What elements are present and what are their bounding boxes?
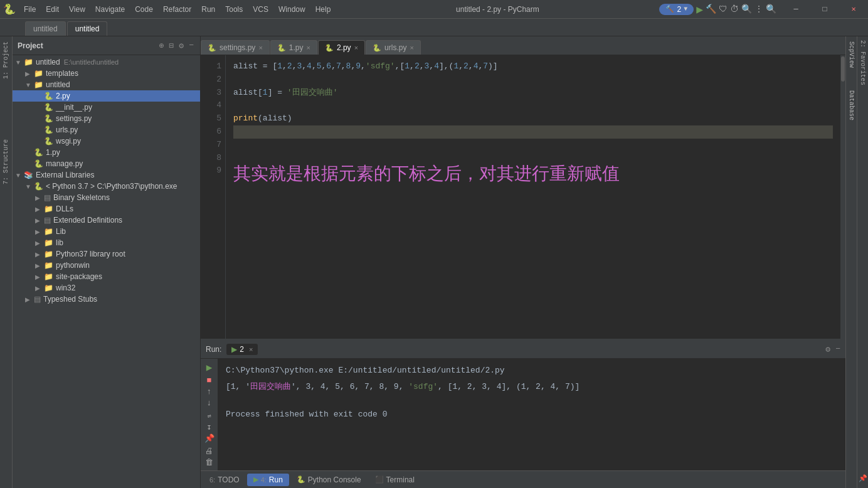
collapse-all-icon[interactable]: ⊟ [168, 40, 176, 52]
tab-close-icon[interactable]: × [258, 44, 262, 51]
tab-2py[interactable]: 🐍 2.py × [318, 40, 365, 55]
tab-python-console[interactable]: 🐍 Python Console [290, 474, 368, 486]
tree-item-ext-libs[interactable]: ▼ 📚 External Libraries [13, 169, 200, 181]
tree-item-win32[interactable]: ▶ 📁 win32 [13, 282, 200, 294]
project-panel-toggle[interactable]: 1: Project [1, 36, 11, 84]
tree-item-python37[interactable]: ▼ 🐍 < Python 3.7 > C:\Python37\python.ex… [13, 181, 200, 192]
profile-button[interactable]: ⏱ [730, 4, 739, 14]
window-title: untitled - 2.py - PyCharm [336, 5, 659, 14]
editor-area: 🐍 settings.py × 🐍 1.py × 🐍 2.py × 🐍 urls… [201, 36, 845, 339]
tab-close-icon[interactable]: × [354, 44, 358, 51]
clear-button[interactable]: 🗑 [203, 458, 216, 468]
menu-tools[interactable]: Tools [220, 0, 248, 19]
menu-edit[interactable]: Edit [41, 0, 64, 19]
close-button[interactable]: ✕ [839, 0, 868, 19]
structure-panel-toggle[interactable]: 7: Structure [1, 134, 11, 189]
tree-item-urls[interactable]: 🐍 urls.py [13, 124, 200, 135]
coverage-button[interactable]: 🛡 [719, 4, 728, 14]
run-tab-close-icon[interactable]: × [249, 346, 253, 353]
run-panel-header: Run: ▶ 2 × ⚙ − [201, 340, 845, 359]
tab-terminal[interactable]: ⬛ Terminal [369, 474, 421, 486]
code-editor[interactable]: alist = [1,2,3,4,5,6,7,8,9,'sdfg',[1,2,3… [226, 55, 840, 339]
tree-item-init[interactable]: 🐍 __init__.py [13, 102, 200, 113]
tree-item-lib-low[interactable]: ▶ 📁 lib [13, 237, 200, 248]
tree-item-templates[interactable]: ▶ 📁 templates [13, 68, 200, 79]
up-button[interactable]: ↑ [203, 386, 216, 396]
menu-vcs[interactable]: VCS [248, 0, 273, 19]
print-button[interactable]: 🖨 [203, 447, 216, 457]
tab-urls-py[interactable]: 🐍 urls.py × [366, 40, 421, 55]
tree-item-lib-cap[interactable]: ▶ 📁 Lib [13, 226, 200, 237]
maximize-button[interactable]: □ [810, 0, 839, 19]
stop-button[interactable]: ■ [203, 375, 216, 385]
tree-item-site-packages[interactable]: ▶ 📁 site-packages [13, 271, 200, 282]
search-everywhere[interactable]: 🔍 [766, 4, 776, 14]
favorites-toggle[interactable]: 2: Favorites [858, 36, 867, 89]
bottom-tabs: 6: TODO ▶ 4: Run 🐍 Python Console ⬛ Term… [201, 470, 845, 488]
tab-close-icon[interactable]: × [410, 44, 413, 51]
close-panel-icon[interactable]: − [188, 40, 195, 51]
run-settings-icon[interactable]: ⚙ [825, 344, 830, 354]
tree-item-untitled-sub[interactable]: ▼ 📁 untitled [13, 79, 200, 90]
code-line-1: alist = [1,2,3,4,5,6,7,8,9,'sdfg',[1,2,3… [233, 60, 833, 73]
titlebar: 🐍 File Edit View Navigate Code Refactor … [0, 0, 868, 19]
tree-item-dlls[interactable]: ▶ 📁 DLLs [13, 203, 200, 215]
editor-tabs: 🐍 settings.py × 🐍 1.py × 🐍 2.py × 🐍 urls… [201, 36, 845, 55]
down-button[interactable]: ↓ [203, 398, 216, 408]
tab-todo[interactable]: 6: TODO [203, 474, 246, 486]
pin-tab-button[interactable]: 📌 [203, 433, 216, 443]
inspect-button[interactable]: 🔍 [741, 4, 752, 14]
menu-run[interactable]: Run [196, 0, 220, 19]
tree-item-typeshed[interactable]: ▶ ▤ Typeshed Stubs [13, 294, 200, 305]
arrow-icon: ▶ [35, 217, 43, 224]
run-output: C:\Python37\python.exe E:/untitled/untit… [218, 359, 845, 470]
line-numbers: 1 2 3 4 5 6 7 8 9 [201, 55, 226, 339]
tree-item-manage[interactable]: 🐍 manage.py [13, 158, 200, 169]
run-toolbar: ▶ ■ ↑ ↓ ⇌ ↧ 📌 🖨 🗑 [201, 359, 218, 470]
run-output-path: C:\Python37\python.exe E:/untitled/untit… [226, 364, 838, 378]
run-tab-icon: ▶ [231, 345, 237, 354]
project-tab-untitled1[interactable]: untitled [25, 21, 66, 36]
editor-scrollbar[interactable] [840, 55, 845, 339]
soft-wrap-button[interactable]: ⇌ [203, 411, 216, 421]
menu-help[interactable]: Help [310, 0, 336, 19]
python-file-icon: 🐍 [373, 44, 381, 52]
arrow-icon: ▶ [35, 262, 43, 269]
menu-navigate[interactable]: Navigate [90, 0, 130, 19]
tree-item-1py[interactable]: 🐍 1.py [13, 147, 200, 158]
menu-file[interactable]: File [19, 0, 41, 19]
project-tab-untitled2[interactable]: untitled [67, 21, 108, 36]
code-line-9: 其实就是根据元素的下标之后，对其进行重新赋值 [233, 164, 833, 186]
menu-code[interactable]: Code [130, 0, 158, 19]
settings-icon[interactable]: ⚙ [177, 40, 185, 52]
scpview-toggle[interactable]: ScpView [847, 36, 856, 73]
menu-window[interactable]: Window [273, 0, 310, 19]
pin-favorites-icon[interactable]: 📌 [859, 474, 867, 488]
run-minimize-icon[interactable]: − [835, 344, 840, 354]
tree-item-python37-root[interactable]: ▶ 📁 Python37 library root [13, 248, 200, 260]
run-button[interactable]: ▶ [696, 3, 703, 16]
run-config[interactable]: 🔨 2 ▼ [659, 4, 694, 15]
tree-item-settings[interactable]: 🐍 settings.py [13, 113, 200, 124]
run-tab-2[interactable]: ▶ 2 × [226, 344, 258, 355]
add-content-icon[interactable]: ⊕ [158, 40, 166, 52]
tree-item-root[interactable]: ▼ 📁 untitled E:\untitled\untitled [13, 56, 200, 68]
tree-item-2py[interactable]: 🐍 2.py [13, 90, 200, 102]
more-button[interactable]: ⋮ [754, 4, 763, 14]
tree-item-pythonwin[interactable]: ▶ 📁 pythonwin [13, 260, 200, 271]
menu-refactor[interactable]: Refactor [158, 0, 196, 19]
rerun-button[interactable]: ▶ [203, 361, 216, 374]
tree-item-binary-skeletons[interactable]: ▶ ▤ Binary Skeletons [13, 192, 200, 203]
minimize-button[interactable]: ─ [781, 0, 810, 19]
database-toggle[interactable]: Database [847, 85, 856, 125]
tab-1py[interactable]: 🐍 1.py × [270, 40, 317, 55]
tab-settings-py[interactable]: 🐍 settings.py × [201, 40, 270, 55]
build-button[interactable]: 🔨 [706, 4, 716, 14]
scroll-end-button[interactable]: ↧ [203, 422, 216, 432]
editor-content: 1 2 3 4 5 6 7 8 9 alist = [1,2,3,4,5,6,7… [201, 55, 845, 339]
tab-run[interactable]: ▶ 4: Run [247, 474, 289, 486]
tree-item-extended-defs[interactable]: ▶ ▤ Extended Definitions [13, 215, 200, 226]
menu-view[interactable]: View [64, 0, 90, 19]
tab-close-icon[interactable]: × [307, 44, 310, 51]
tree-item-wsgi[interactable]: 🐍 wsgi.py [13, 135, 200, 147]
